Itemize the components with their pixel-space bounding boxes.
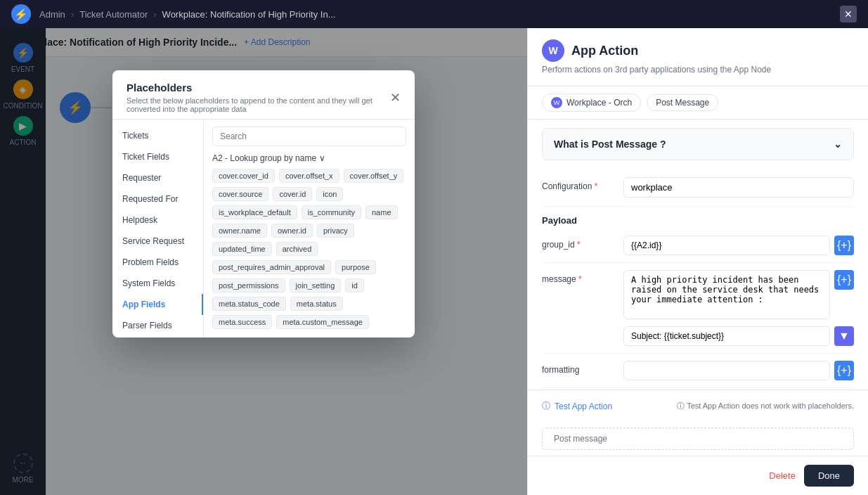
left-panel: Workplace: Notification of High Priority… [0, 28, 527, 495]
app-logo: ⚡ [11, 4, 31, 24]
configuration-value: workplace [623, 177, 854, 198]
group-id-plus-button[interactable]: {+} [834, 236, 854, 255]
configuration-select[interactable]: workplace [623, 177, 854, 198]
tag-owner-id[interactable]: owner.id [271, 224, 313, 238]
tag-meta-status[interactable]: meta.status [290, 297, 343, 311]
message-input-wrap: A high priority incident has been raised… [623, 270, 854, 346]
tag-is-community[interactable]: is_community [302, 205, 361, 219]
group-id-row: group_id * {+} [542, 229, 854, 263]
chevron-down-icon: ∨ [319, 153, 325, 163]
formatting-label: formatting [542, 361, 612, 375]
modal-sidebar-item-requester[interactable]: Requester [112, 167, 203, 188]
breadcrumb-admin[interactable]: Admin [39, 9, 65, 20]
breadcrumb-post-message[interactable]: Post Message [647, 94, 718, 111]
tag-owner-name[interactable]: owner.name [212, 224, 267, 238]
message-row: message * A high priority incident has b… [542, 263, 854, 354]
tag-is-workplace-default[interactable]: is_workplace_default [212, 205, 297, 219]
modal-sidebar-item-helpdesk[interactable]: Helpdesk [112, 210, 203, 231]
right-panel-subtitle: Perform actions on 3rd party application… [542, 65, 854, 75]
right-panel-header: W App Action Perform actions on 3rd part… [528, 28, 868, 86]
tag-cover-source[interactable]: cover.source [212, 187, 268, 201]
modal-sidebar: TicketsTicket FieldsRequesterRequested F… [112, 120, 204, 338]
right-panel-title: App Action [571, 44, 638, 58]
chevron-icon: ⌄ [834, 139, 842, 150]
config-section: Configuration * workplace Payload group_… [528, 169, 868, 390]
group-label-text: A2 - Lookup group by name [212, 153, 316, 163]
tag-purpose[interactable]: purpose [335, 260, 376, 274]
tags-grid: cover.cover_idcover.offset_xcover.offset… [212, 169, 406, 329]
info-icon: ⓘ [542, 400, 550, 412]
modal-overlay: Placeholders Select the below placeholde… [0, 28, 527, 495]
formatting-plus-button[interactable]: {+} [834, 361, 854, 380]
modal-sidebar-item-parser-fields[interactable]: Parser Fields [112, 315, 203, 336]
modal-header: Placeholders Select the below placeholde… [112, 70, 415, 120]
tag-id[interactable]: id [345, 278, 364, 292]
tag-archived[interactable]: archived [276, 242, 318, 256]
payload-label: Payload [542, 207, 854, 229]
message-label: message * [542, 270, 612, 284]
tag-meta-custom-message[interactable]: meta.custom_message [276, 315, 369, 329]
breadcrumb-workplace-label: Workplace - Orch [566, 98, 632, 108]
accordion-title: What is Post Message ? [554, 139, 666, 150]
tag-join-setting[interactable]: join_setting [290, 278, 342, 292]
accordion-toggle[interactable]: What is Post Message ? ⌄ [543, 129, 853, 160]
message-plus-button[interactable]: {+} [834, 270, 854, 290]
tag-icon[interactable]: icon [316, 187, 343, 201]
test-note: ⓘ Test App Action does not work with pla… [677, 401, 854, 411]
bottom-bar: ⓘ Test App Action ⓘ Test App Action does… [528, 390, 868, 422]
breadcrumb-ticket-automator[interactable]: Ticket Automator [79, 9, 148, 20]
right-panel: W App Action Perform actions on 3rd part… [527, 28, 868, 495]
delete-button[interactable]: Delete [769, 465, 796, 487]
modal-title: Placeholders [127, 82, 390, 94]
placeholder-search-input[interactable] [212, 127, 406, 146]
tag-name[interactable]: name [365, 205, 398, 219]
tag-post-permissions[interactable]: post_permissions [212, 278, 285, 292]
top-close-button[interactable]: ✕ [840, 6, 857, 22]
tag-cover-cover-id[interactable]: cover.cover_id [212, 169, 275, 183]
modal-sidebar-item-system-fields[interactable]: System Fields [112, 273, 203, 294]
footer-actions: Delete Done [528, 456, 868, 495]
test-action-label: Test App Action [555, 401, 612, 411]
tag-updated-time[interactable]: updated_time [212, 242, 272, 256]
message-subject-input[interactable] [623, 326, 830, 346]
modal-content: A2 - Lookup group by name ∨ cover.cover_… [204, 120, 415, 338]
modal-body: TicketsTicket FieldsRequesterRequested F… [112, 120, 415, 338]
configuration-row: Configuration * workplace [542, 169, 854, 207]
modal-sidebar-item-ticket-fields[interactable]: Ticket Fields [112, 146, 203, 167]
modal-close-button[interactable]: ✕ [390, 90, 401, 105]
formatting-input[interactable] [623, 361, 830, 380]
group-id-label: group_id * [542, 236, 612, 250]
message-subject-plus-button[interactable]: ▼ [834, 326, 854, 346]
workplace-icon: W [551, 97, 562, 108]
modal-sidebar-item-app-fields[interactable]: App Fields [112, 294, 203, 315]
tag-post-requires-admin-approval[interactable]: post_requires_admin_approval [212, 260, 331, 274]
breadcrumb-post-message-label: Post Message [656, 98, 709, 108]
placeholders-modal: Placeholders Select the below placeholde… [112, 70, 415, 338]
modal-sidebar-item-requested-for[interactable]: Requested For [112, 188, 203, 210]
message-textarea[interactable]: A high priority incident has been raised… [623, 270, 830, 319]
done-button[interactable]: Done [804, 465, 854, 487]
formatting-row: formatting {+} [542, 354, 854, 388]
tag-privacy[interactable]: privacy [317, 224, 354, 238]
group-label[interactable]: A2 - Lookup group by name ∨ [212, 153, 406, 163]
post-message-label: Post message [542, 428, 854, 450]
breadcrumb-workplace[interactable]: W Workplace - Orch [542, 94, 641, 112]
test-app-action-button[interactable]: ⓘ Test App Action [542, 400, 612, 412]
tag-cover-offset-x[interactable]: cover.offset_x [279, 169, 339, 183]
modal-sidebar-item-problem-fields[interactable]: Problem Fields [112, 252, 203, 273]
tag-meta-status-code[interactable]: meta.status_code [212, 297, 286, 311]
group-id-input-wrap: {+} [623, 236, 854, 255]
configuration-label: Configuration * [542, 177, 612, 191]
breadcrumb-current: Workplace: Notification of High Priority… [162, 9, 336, 20]
formatting-input-wrap: {+} [623, 361, 854, 380]
tag-cover-offset-y[interactable]: cover.offset_y [344, 169, 404, 183]
main-layout: Workplace: Notification of High Priority… [0, 28, 868, 495]
modal-sidebar-item-tickets[interactable]: Tickets [112, 125, 203, 146]
tag-meta-success[interactable]: meta.success [212, 315, 272, 329]
group-id-input[interactable] [623, 236, 830, 255]
breadcrumb-bar: W Workplace - Orch Post Message [528, 86, 868, 120]
app-action-icon: W [542, 39, 564, 62]
what-is-post-message-accordion: What is Post Message ? ⌄ [542, 128, 854, 160]
tag-cover-id[interactable]: cover.id [273, 187, 312, 201]
modal-sidebar-item-service-request[interactable]: Service Request [112, 231, 203, 252]
